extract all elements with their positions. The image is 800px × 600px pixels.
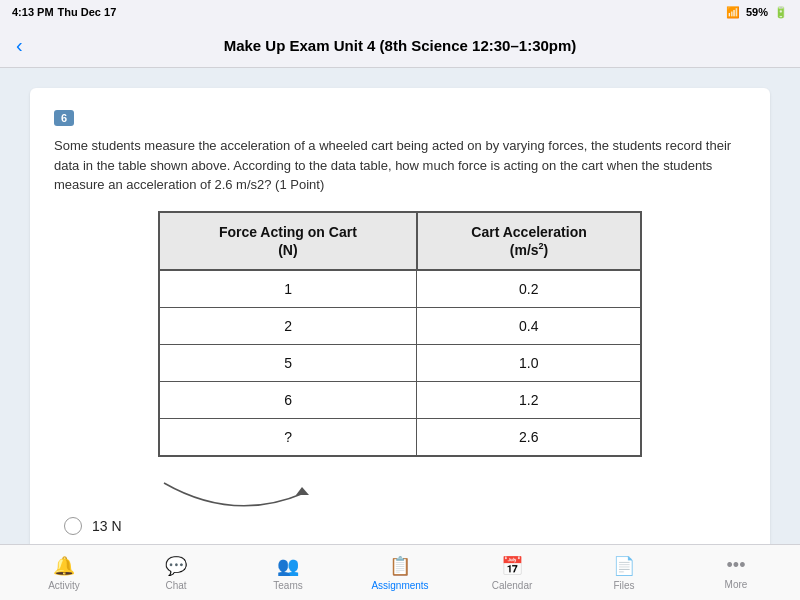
tab-assignments[interactable]: 📋Assignments [344, 555, 456, 591]
data-table: Force Acting on Cart(N) Cart Acceleratio… [158, 211, 642, 457]
tab-teams[interactable]: 👥Teams [232, 555, 344, 591]
svg-marker-0 [296, 487, 309, 495]
tab-icon-activity: 🔔 [53, 555, 75, 577]
option-label-a: 13 N [92, 518, 122, 534]
tab-calendar[interactable]: 📅Calendar [456, 555, 568, 591]
tab-activity[interactable]: 🔔Activity [8, 555, 120, 591]
table-cell-acceleration: 2.6 [417, 418, 641, 456]
question-text: Some students measure the acceleration o… [54, 136, 746, 195]
main-content: 6 Some students measure the acceleration… [0, 68, 800, 544]
status-day: Thu Dec 17 [58, 6, 117, 18]
question-number-badge: 6 [54, 110, 74, 126]
tab-label-chat: Chat [165, 580, 186, 591]
tab-label-assignments: Assignments [371, 580, 428, 591]
tab-label-calendar: Calendar [492, 580, 533, 591]
table-row: 10.2 [159, 270, 641, 308]
answer-options: 13 N7 N8 N12 N [54, 517, 746, 544]
status-indicators: 📶 59% 🔋 [726, 6, 788, 19]
tab-icon-teams: 👥 [277, 555, 299, 577]
table-cell-force: ? [159, 418, 417, 456]
curved-arrow-icon [154, 473, 314, 513]
table-cell-acceleration: 0.4 [417, 307, 641, 344]
table-row: 61.2 [159, 381, 641, 418]
tab-label-more: More [725, 579, 748, 590]
answer-option-a[interactable]: 13 N [64, 517, 736, 535]
status-time-day: 4:13 PM Thu Dec 17 [12, 6, 116, 18]
question-card: 6 Some students measure the acceleration… [30, 88, 770, 544]
table-cell-acceleration: 1.2 [417, 381, 641, 418]
radio-a[interactable] [64, 517, 82, 535]
tab-bar: 🔔Activity💬Chat👥Teams📋Assignments📅Calenda… [0, 544, 800, 600]
table-row: ?2.6 [159, 418, 641, 456]
table-cell-acceleration: 1.0 [417, 344, 641, 381]
tab-label-activity: Activity [48, 580, 80, 591]
tab-icon-calendar: 📅 [501, 555, 523, 577]
tab-icon-more: ••• [727, 555, 746, 576]
tab-label-teams: Teams [273, 580, 302, 591]
battery-icon: 🔋 [774, 6, 788, 19]
table-cell-force: 2 [159, 307, 417, 344]
status-time: 4:13 PM [12, 6, 54, 18]
header: ‹ Make Up Exam Unit 4 (8th Science 12:30… [0, 24, 800, 68]
tab-more[interactable]: •••More [680, 555, 792, 590]
back-button[interactable]: ‹ [16, 34, 23, 57]
header-title: Make Up Exam Unit 4 (8th Science 12:30–1… [16, 37, 784, 54]
tab-icon-chat: 💬 [165, 555, 187, 577]
table-row: 20.4 [159, 307, 641, 344]
tab-files[interactable]: 📄Files [568, 555, 680, 591]
table-row: 51.0 [159, 344, 641, 381]
arrow-area [54, 473, 746, 513]
wifi-icon: 📶 [726, 6, 740, 19]
table-cell-force: 6 [159, 381, 417, 418]
tab-label-files: Files [613, 580, 634, 591]
tab-chat[interactable]: 💬Chat [120, 555, 232, 591]
table-header-acceleration: Cart Acceleration(m/s2) [417, 212, 641, 270]
table-header-force: Force Acting on Cart(N) [159, 212, 417, 270]
status-bar: 4:13 PM Thu Dec 17 📶 59% 🔋 [0, 0, 800, 24]
battery-label: 59% [746, 6, 768, 18]
table-cell-force: 5 [159, 344, 417, 381]
table-cell-acceleration: 0.2 [417, 270, 641, 308]
tab-icon-assignments: 📋 [389, 555, 411, 577]
table-cell-force: 1 [159, 270, 417, 308]
tab-icon-files: 📄 [613, 555, 635, 577]
